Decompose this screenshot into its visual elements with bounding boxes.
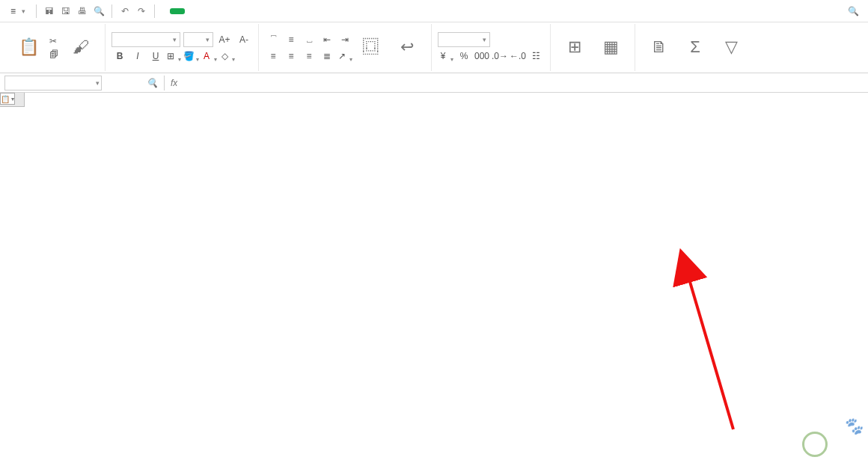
increase-font-button[interactable]: A+ <box>216 32 233 47</box>
font-size-select[interactable]: ▾ <box>183 32 213 47</box>
halign-right-button[interactable]: ≡ <box>301 49 317 64</box>
valign-middle-button[interactable]: ≡ <box>283 32 299 47</box>
undo-icon[interactable]: ↶ <box>118 4 132 18</box>
wrap-button[interactable]: ↩ <box>389 37 425 58</box>
print-icon[interactable]: 🖶 <box>76 4 89 18</box>
tab-view[interactable] <box>269 8 284 14</box>
merge-button[interactable]: ⿴ <box>353 37 389 58</box>
svg-line-0 <box>688 277 733 429</box>
name-box[interactable]: ▾ <box>4 76 102 91</box>
copy-icon: 🗐 <box>49 49 58 60</box>
format-type-button[interactable]: ☷ <box>528 49 544 64</box>
decrease-font-button[interactable]: A- <box>236 32 252 47</box>
search-menu[interactable]: 🔍 <box>848 6 862 16</box>
number-format-select[interactable]: ▾ <box>438 32 490 47</box>
cond-format-icon: ⊞ <box>568 37 581 57</box>
tab-review[interactable] <box>252 8 267 14</box>
wrap-icon: ↩ <box>400 37 414 57</box>
spreadsheet-grid[interactable]: 📋 🐾 <box>0 93 868 462</box>
fx-icon[interactable]: fx <box>171 78 177 88</box>
halign-left-button[interactable]: ≡ <box>265 49 281 64</box>
doc-helper-button[interactable]: 🗎 <box>641 37 677 58</box>
group-tools: 🗎 Σ ▽ <box>635 24 755 71</box>
group-font: ▾ ▾ A+ A- B I U ⊞ 🪣 A ◇ <box>106 24 259 71</box>
valign-bottom-button[interactable]: ⎵ <box>301 32 317 47</box>
dropdown-icon: ▾ <box>22 7 25 15</box>
dec-dec-button[interactable]: ←.0 <box>510 49 526 64</box>
separator <box>154 4 155 18</box>
group-align: ⎴ ≡ ⎵ ⇤ ⇥ ≡ ≡ ≡ ≣ ↗ ⿴ ↩ <box>259 24 432 71</box>
filter-icon: ▽ <box>725 37 738 57</box>
sum-button[interactable]: Σ <box>677 37 713 58</box>
tab-insert[interactable] <box>186 8 201 14</box>
annotation-arrow <box>0 93 868 462</box>
menubar: ≡ ▾ 🖬 🖫 🖶 🔍 ↶ ↷ 🔍 <box>0 0 868 22</box>
filter-button[interactable]: ▽ <box>713 37 749 58</box>
group-clipboard: 📋 ✂ 🗐 🖌 <box>4 24 106 71</box>
comma-button[interactable]: 000 <box>474 49 490 64</box>
tab-layout[interactable] <box>203 8 218 14</box>
formula-input[interactable] <box>177 76 868 91</box>
indent-inc-button[interactable]: ⇥ <box>337 32 353 47</box>
valign-top-button[interactable]: ⎴ <box>265 32 281 47</box>
percent-button[interactable]: % <box>456 49 472 64</box>
zoom-icon[interactable]: 🔍 <box>147 78 158 88</box>
justify-button[interactable]: ≣ <box>319 49 335 64</box>
font-color-button[interactable]: A <box>201 49 218 64</box>
doc-helper-icon: 🗎 <box>651 37 667 57</box>
dropdown-icon: ▾ <box>96 79 100 87</box>
cut-button[interactable]: ✂ <box>46 35 63 47</box>
tab-devtools[interactable] <box>302 8 317 14</box>
redo-icon[interactable]: ↷ <box>135 4 148 18</box>
underline-button[interactable]: U <box>147 49 164 64</box>
save-as-icon[interactable]: 🖫 <box>59 4 73 18</box>
cut-icon: ✂ <box>49 36 57 46</box>
formula-bar: ▾ 🔍 fx <box>0 73 868 93</box>
currency-button[interactable]: ¥ <box>438 49 454 64</box>
dec-inc-button[interactable]: .0→ <box>492 49 508 64</box>
paste-options-button[interactable]: 📋 <box>0 93 15 105</box>
table-style-icon: ▦ <box>603 37 619 57</box>
tab-security[interactable] <box>285 8 300 14</box>
indent-dec-button[interactable]: ⇤ <box>319 32 335 47</box>
copy-button[interactable]: 🗐 <box>46 49 63 61</box>
print-preview-icon[interactable]: 🔍 <box>92 4 106 18</box>
ribbon: 📋 ✂ 🗐 🖌 ▾ ▾ A+ A- B I U ⊞ 🪣 <box>0 22 868 73</box>
bold-button[interactable]: B <box>111 49 128 64</box>
fx-icon-group: 🔍 fx <box>147 76 177 91</box>
tab-start[interactable] <box>170 8 185 14</box>
search-icon: 🔍 <box>848 6 859 16</box>
sum-icon: Σ <box>690 37 700 57</box>
border-button[interactable]: ⊞ <box>165 49 182 64</box>
hamburger-icon: ≡ <box>10 6 16 16</box>
watermark-logo <box>802 432 828 457</box>
merge-icon: ⿴ <box>363 37 379 57</box>
watermark-baidu: 🐾 <box>843 408 862 438</box>
paste-button[interactable]: 📋 <box>10 37 46 58</box>
tab-data[interactable] <box>236 8 251 14</box>
cond-format-button[interactable]: ⊞ <box>557 37 593 58</box>
separator <box>111 4 112 18</box>
ribbon-tabs <box>170 8 333 14</box>
table-style-button[interactable]: ▦ <box>593 37 629 58</box>
format-painter-button[interactable]: 🖌 <box>63 37 99 58</box>
group-styles: ⊞ ▦ <box>551 24 635 71</box>
tab-feature[interactable] <box>318 8 333 14</box>
save-icon[interactable]: 🖬 <box>43 4 56 18</box>
paste-icon: 📋 <box>19 37 39 57</box>
tab-formula[interactable] <box>219 8 234 14</box>
file-menu[interactable]: ≡ ▾ <box>6 4 30 18</box>
separator <box>36 4 37 18</box>
halign-center-button[interactable]: ≡ <box>283 49 299 64</box>
brush-icon: 🖌 <box>73 37 89 57</box>
fill-color-button[interactable]: 🪣 <box>183 49 200 64</box>
group-number: ▾ ¥ % 000 .0→ ←.0 ☷ <box>432 24 551 71</box>
font-effects-button[interactable]: ◇ <box>219 49 236 64</box>
italic-button[interactable]: I <box>129 49 146 64</box>
font-name-select[interactable]: ▾ <box>111 32 180 47</box>
orientation-button[interactable]: ↗ <box>337 49 353 64</box>
